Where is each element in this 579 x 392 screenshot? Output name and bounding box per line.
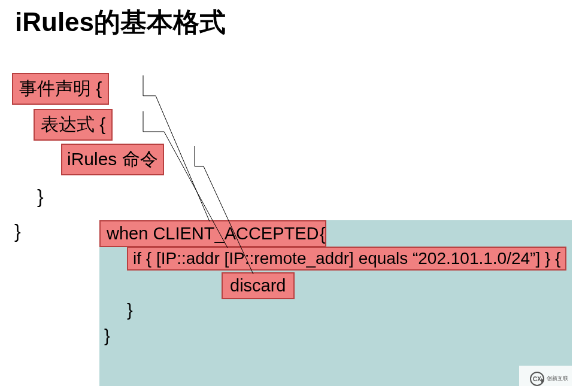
close-brace-expression: } <box>37 186 44 208</box>
code-when-open-brace: { <box>320 224 326 244</box>
watermark-text: 创新互联 <box>547 376 568 382</box>
code-if-clause: if { [IP::addr [IP::remote_addr] equals … <box>127 247 566 271</box>
watermark: CX 创新互联 <box>519 366 579 392</box>
code-close-if: } <box>127 300 133 320</box>
page-title: iRules的基本格式 <box>15 5 226 40</box>
code-close-when: } <box>104 326 110 346</box>
code-discard: discard <box>222 272 295 299</box>
close-brace-event: } <box>14 220 21 242</box>
watermark-logo-icon: CX <box>530 372 544 386</box>
event-declaration-label: 事件声明 { <box>12 73 109 105</box>
expression-label: 表达式 { <box>34 109 113 141</box>
code-when-clause: when CLIENT_ACCEPTED <box>99 220 326 247</box>
irules-command-label: iRules 命令 <box>61 144 164 175</box>
